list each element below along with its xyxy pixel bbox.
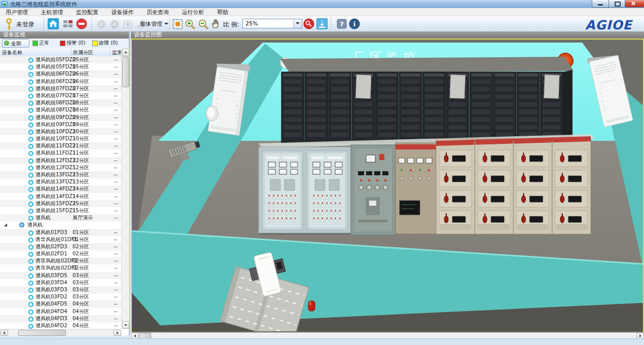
device-row[interactable]: 通风机组08FDZ208分区--: [0, 99, 121, 106]
pan-hand-button[interactable]: [210, 18, 221, 29]
3d-viewport[interactable]: 厂区监控: [131, 39, 644, 333]
device-row[interactable]: 诱导风机组01DF101分区--: [0, 236, 121, 243]
server-rack[interactable]: [517, 72, 540, 143]
menu-item-host-management[interactable]: 主机管理: [35, 8, 69, 17]
filter-normal-label[interactable]: 正常: [39, 40, 49, 47]
emergency-button[interactable]: [308, 301, 315, 311]
server-rack[interactable]: [493, 72, 516, 143]
server-rack[interactable]: [470, 72, 492, 143]
close-button[interactable]: [625, 0, 644, 8]
menu-item-user-management[interactable]: 用户管理: [0, 8, 33, 17]
server-rack[interactable]: [352, 72, 375, 143]
select-region-button[interactable]: [172, 19, 183, 29]
device-row[interactable]: 通风机组05FDZ205分区--: [0, 56, 121, 63]
login-status-label[interactable]: 未登录: [16, 20, 34, 29]
device-row[interactable]: 通风机04FD204分区--: [0, 322, 121, 329]
device-row[interactable]: 通风机组14FDZ214分区--: [0, 185, 121, 193]
zoom-out-button[interactable]: [198, 19, 209, 30]
server-rack[interactable]: [281, 72, 304, 143]
scroll-up-button[interactable]: [122, 49, 129, 56]
device-row[interactable]: 通风机03FD503分区--: [0, 272, 121, 279]
server-rack[interactable]: [329, 72, 351, 143]
mcc-cabinet-block[interactable]: [436, 136, 591, 234]
filter-alarm-label[interactable]: 报警 (0): [66, 40, 85, 47]
stop-button[interactable]: [76, 18, 87, 29]
device-row[interactable]: 通风机组09FDZ209分区--: [0, 114, 121, 121]
device-row[interactable]: 通风机组15FDZ215分区--: [0, 200, 121, 207]
device-row[interactable]: 通风机组12FDZ212分区--: [0, 157, 121, 164]
device-row[interactable]: 诱导风机组02DF202分区--: [0, 257, 121, 264]
menu-item-run-analysis[interactable]: 运行分析: [176, 8, 210, 17]
menu-item-monitor-config[interactable]: 监控配置: [70, 8, 104, 17]
device-row[interactable]: 通风机04FD404分区--: [0, 308, 121, 315]
mcc-drawer[interactable]: [555, 170, 588, 187]
combo-arrow[interactable]: [293, 19, 302, 28]
save-view-button[interactable]: [316, 18, 328, 29]
device-row[interactable]: 通风机04FD504分区--: [0, 300, 121, 308]
mcc-drawer[interactable]: [517, 190, 549, 207]
scroll-down-button[interactable]: [122, 321, 129, 329]
mcc-drawer[interactable]: [517, 150, 549, 167]
device-row[interactable]: 通风机组05FDZ105分区--: [0, 63, 121, 70]
power-cabinet-white[interactable]: [259, 147, 351, 235]
server-rack[interactable]: [422, 72, 445, 143]
control-cabinet-gray[interactable]: [351, 145, 396, 235]
mcc-drawer[interactable]: [439, 190, 472, 207]
menu-item-history-query[interactable]: 历史查询: [141, 8, 174, 17]
mcc-drawer[interactable]: [555, 190, 588, 207]
device-row[interactable]: 通风机组15FDZ115分区--: [0, 207, 121, 214]
device-row[interactable]: 通风机组12FDZ112分区--: [0, 164, 121, 171]
column-monitor[interactable]: 监测: [112, 49, 121, 56]
device-row[interactable]: 通风机组10FDZ110分区--: [0, 135, 121, 142]
scroll-left-button[interactable]: [1, 330, 8, 336]
window-manage-dropdown[interactable]: 窗体管理: [140, 20, 162, 28]
locate-button[interactable]: [303, 18, 314, 29]
device-row[interactable]: 通风机04FD304分区--: [0, 315, 121, 322]
device-row[interactable]: 通风机03FD303分区--: [0, 286, 121, 293]
maximize-button[interactable]: [609, 0, 625, 8]
device-row[interactable]: 通风机组13FDZ113分区--: [0, 178, 121, 185]
mcc-drawer[interactable]: [555, 150, 588, 167]
layout-reset-button[interactable]: [63, 19, 73, 28]
server-rack[interactable]: [305, 72, 328, 143]
scroll-right-button[interactable]: [114, 330, 121, 336]
device-row[interactable]: 诱导风机组02DF102分区--: [0, 264, 121, 272]
3d-scene[interactable]: 厂区监控: [132, 40, 643, 331]
device-row[interactable]: 通风机组07FDZ107分区--: [0, 92, 121, 99]
menu-item-help[interactable]: 帮助: [211, 8, 234, 17]
hscroll-thumb[interactable]: [18, 330, 66, 336]
vscroll-thumb[interactable]: [122, 57, 129, 87]
device-row[interactable]: 通风机组13FDZ213分区--: [0, 171, 121, 178]
device-row[interactable]: 通风机02FD102分区--: [0, 250, 121, 257]
column-zone[interactable]: 所属分区: [73, 49, 93, 56]
device-row[interactable]: 通风机03FD203分区--: [0, 293, 121, 300]
device-row[interactable]: 通风机组07FDZ207分区--: [0, 85, 121, 92]
filter-fault-label[interactable]: 故障 (0): [99, 40, 118, 47]
server-rack[interactable]: [446, 72, 469, 143]
device-row[interactable]: 通风机组11FDZ111分区--: [0, 149, 121, 157]
device-group-row[interactable]: 通风机: [0, 221, 121, 228]
server-rack[interactable]: [540, 72, 563, 143]
device-row[interactable]: 通风机组11FDZ211分区--: [0, 142, 121, 149]
mcc-drawer[interactable]: [439, 170, 472, 187]
device-row[interactable]: 通风机组14FDZ114分区--: [0, 193, 121, 200]
chevron-down-icon[interactable]: [164, 23, 168, 25]
control-cabinet-row[interactable]: [259, 134, 595, 235]
minimize-button[interactable]: [592, 0, 609, 8]
device-row[interactable]: 通风机组08FDZ108分区--: [0, 106, 121, 113]
mcc-drawer[interactable]: [517, 170, 549, 187]
mcc-drawer[interactable]: [478, 150, 510, 167]
device-row[interactable]: 通风机02FD302分区--: [0, 243, 121, 250]
zoom-in-button[interactable]: [185, 19, 196, 30]
expand-icon[interactable]: [4, 223, 7, 226]
device-list-vscrollbar[interactable]: [121, 48, 129, 329]
home-button[interactable]: [48, 18, 59, 29]
server-rack[interactable]: [399, 72, 422, 143]
device-row[interactable]: 通风机01FD301分区--: [0, 229, 121, 236]
device-row[interactable]: 通风机03FD403分区--: [0, 279, 121, 286]
device-row[interactable]: 通风机组09FDZ109分区--: [0, 121, 121, 128]
info-button[interactable]: i: [349, 18, 360, 29]
device-row[interactable]: 通风机组06FDZ106分区--: [0, 78, 121, 85]
filter-all-button[interactable]: ✓ 全部: [2, 39, 29, 48]
mcc-drawer[interactable]: [439, 150, 472, 167]
